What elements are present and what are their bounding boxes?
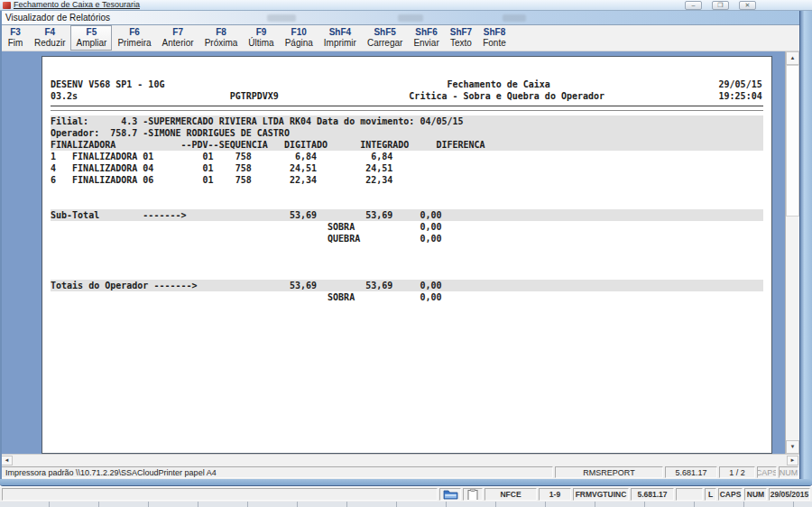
toolbar-button-fim[interactable]: F3Fim	[2, 25, 29, 51]
app-num-indicator: NUM	[744, 488, 767, 501]
report-line	[51, 244, 763, 256]
restore-button[interactable]: ❐	[712, 1, 729, 10]
report-line	[51, 256, 763, 268]
vertical-scroll-thumb[interactable]	[786, 65, 799, 217]
app-version: 5.681.17	[631, 488, 674, 501]
toolbar-button-anterior[interactable]: F7Anterior	[157, 25, 199, 51]
report-line: Totais do Operador -------> 53,69 53,69 …	[51, 280, 763, 291]
report-viewport: DESENV V568 SP1 - 10G Fechamento de Caix…	[0, 51, 785, 454]
app-empty-cell	[676, 488, 703, 501]
report-line: Sub-Total -------> 53,69 53,69 0,00	[51, 209, 763, 221]
horizontal-scrollbar[interactable]: ◄ ►	[0, 454, 799, 466]
app-form-name: FRMVGTUINC	[573, 488, 629, 501]
viewer-statusbar: Impressora padrão \\10.71.2.29\SSACloudP…	[0, 466, 799, 479]
app-flag-range: 1-9	[539, 488, 571, 501]
toolbar-key-label: ShF4	[329, 27, 351, 38]
app-date: 29/05/2015	[769, 488, 810, 501]
clipboard-icon	[463, 488, 483, 501]
toolbar-key-label: ShF5	[374, 27, 395, 38]
report-body: DESENV V568 SP1 - 10G Fechamento de Caix…	[51, 78, 763, 303]
version-number: 5.681.17	[665, 466, 717, 478]
toolbar-key-label: F4	[44, 27, 55, 38]
scroll-left-icon[interactable]: ◄	[1, 456, 13, 466]
report-line: SOBRA 0,00	[51, 221, 763, 233]
toolbar-button-label: Fim	[8, 38, 23, 49]
toolbar-button-enviar[interactable]: ShF6Enviar	[408, 25, 444, 51]
report-line: 1 FINALIZADORA 01 01 758 6,84 6,84	[51, 151, 763, 162]
toolbar-key-label: F8	[216, 27, 226, 38]
toolbar-button-fonte[interactable]: ShF8Fonte	[477, 25, 512, 51]
app-icon	[3, 2, 11, 9]
toolbar-key-label: F9	[256, 27, 267, 38]
minimize-button[interactable]: –	[685, 1, 702, 10]
toolbar-button-ampliar[interactable]: F5Ampliar	[70, 25, 112, 51]
toolbar-button-label: Última	[248, 38, 273, 49]
toolbar-key-label: F3	[10, 27, 21, 38]
printer-status: Impressora padrão \\10.71.2.29\SSACloudP…	[1, 466, 553, 478]
toolbar-button-próxima[interactable]: F8Próxima	[199, 25, 244, 51]
vertical-scrollbar[interactable]: ▲ ▼	[785, 51, 799, 454]
window-border-left	[0, 11, 2, 479]
report-line: Operador: 758.7 -SIMONE RODRIGUES DE CAS…	[51, 127, 763, 139]
toolbar-button-label: Carregar	[367, 38, 402, 49]
toolbar-button-label: Imprimir	[324, 38, 356, 49]
report-line	[51, 186, 763, 198]
window-controls: – ❐ ✕	[685, 1, 756, 10]
toolbar-key-label: F10	[291, 27, 307, 38]
toolbar-button-label: Página	[285, 38, 313, 49]
toolbar-button-label: Ampliar	[76, 38, 106, 49]
taskbar-strip[interactable]	[0, 502, 812, 507]
caps-indicator: CAPS	[757, 466, 777, 478]
toolbar-button-carregar[interactable]: ShF5Carregar	[362, 25, 408, 51]
titlebar-artifact	[267, 14, 296, 22]
app-status-message	[2, 488, 438, 501]
app-statusbar: NFCE1-9FRMVGTUINC5.681.17LCAPSNUM29/05/2…	[0, 486, 812, 502]
toolbar-button-label: Próxima	[205, 38, 238, 49]
report-line	[51, 268, 763, 280]
toolbar-button-texto[interactable]: ShF7Texto	[445, 25, 477, 51]
window-title: Fechamento de Caixa e Tesouraria	[14, 0, 140, 9]
toolbar-key-label: ShF8	[484, 27, 505, 38]
toolbar-button-reduzir[interactable]: F4Reduzir	[29, 25, 70, 51]
toolbar: F3FimF4ReduzirF5AmpliarF6PrimeiraF7Anter…	[0, 25, 799, 51]
report-line	[51, 198, 763, 209]
toolbar-key-label: F6	[129, 27, 140, 38]
app-caps-indicator: CAPS	[718, 488, 743, 501]
report-divider	[51, 106, 763, 111]
report-line: QUEBRA 0,00	[51, 233, 763, 244]
report-line: DESENV V568 SP1 - 10G Fechamento de Caix…	[51, 78, 763, 90]
toolbar-key-label: ShF7	[450, 27, 472, 38]
report-line: 4 FINALIZADORA 04 01 758 24,51 24,51	[51, 162, 763, 174]
toolbar-button-label: Primeira	[117, 38, 151, 49]
report-name: RMSREPORT	[555, 466, 663, 478]
toolbar-button-última[interactable]: F9Última	[243, 25, 279, 51]
close-button[interactable]: ✕	[739, 1, 756, 10]
window-border-right	[799, 11, 812, 479]
toolbar-key-label: ShF6	[415, 27, 437, 38]
report-line: Filial: 4.3 -SUPERMERCADO RIVIERA LTDA R…	[51, 115, 763, 127]
app-flag-l: L	[705, 488, 716, 501]
app-flag-nfce: NFCE	[484, 488, 537, 501]
viewer-titlebar: Visualizador de Relatórios	[0, 11, 799, 25]
toolbar-button-label: Enviar	[413, 38, 438, 49]
window-titlebar: Fechamento de Caixa e Tesouraria – ❐ ✕	[0, 0, 812, 11]
report-line: 03.2s PGTRPDVX9 Critica - Sobra e Quebra…	[51, 90, 763, 102]
toolbar-button-label: Fonte	[483, 38, 506, 49]
report-page: DESENV V568 SP1 - 10G Fechamento de Caix…	[42, 56, 772, 454]
titlebar-artifact	[398, 14, 423, 22]
window-border-bottom	[0, 479, 812, 486]
scroll-right-icon[interactable]: ►	[787, 456, 798, 466]
toolbar-button-imprimir[interactable]: ShF4Imprimir	[318, 25, 362, 51]
toolbar-button-página[interactable]: F10Página	[280, 25, 318, 51]
toolbar-key-label: F5	[87, 27, 97, 38]
report-line: 6 FINALIZADORA 06 01 758 22,34 22,34	[51, 174, 763, 186]
scroll-up-icon[interactable]: ▲	[786, 51, 799, 65]
toolbar-button-label: Anterior	[162, 38, 194, 49]
toolbar-button-primeira[interactable]: F6Primeira	[112, 25, 156, 51]
folder-icon	[439, 488, 461, 501]
report-line: FINALIZADORA --PDV--SEQUENCIA DIGITADO I…	[51, 139, 763, 151]
num-indicator: NUM	[779, 466, 798, 478]
scroll-down-icon[interactable]: ▼	[786, 440, 799, 454]
page-indicator: 1 / 2	[719, 466, 755, 478]
toolbar-button-label: Reduzir	[34, 38, 65, 49]
